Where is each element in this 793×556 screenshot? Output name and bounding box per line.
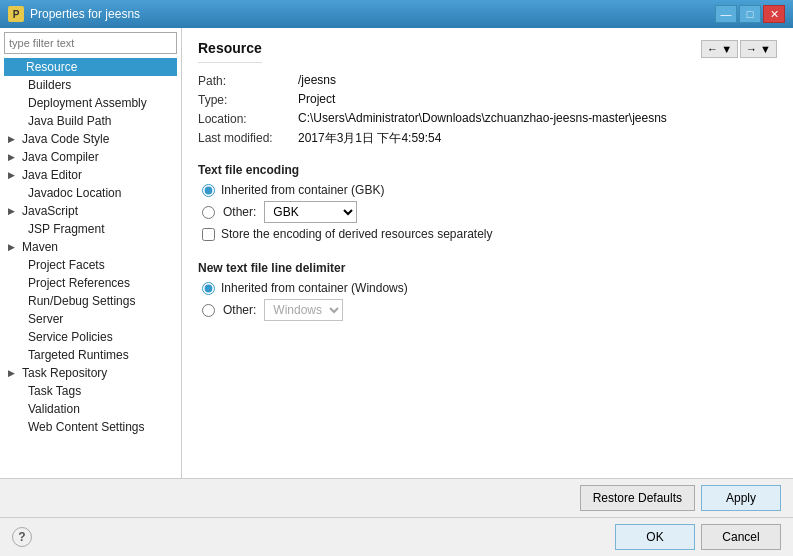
- footer-bar: ? OK Cancel: [0, 517, 793, 556]
- sidebar-item-java-compiler[interactable]: ▶Java Compiler: [4, 148, 177, 166]
- sidebar-item-label: Web Content Settings: [28, 420, 145, 434]
- type-value: Project: [298, 92, 335, 106]
- delimiter-inherited-row: Inherited from container (Windows): [198, 281, 777, 295]
- encoding-inherited-radio[interactable]: [202, 184, 215, 197]
- sidebar-item-label: Maven: [22, 240, 58, 254]
- encoding-other-label: Other:: [223, 205, 256, 219]
- title-bar-left: P Properties for jeesns: [8, 6, 140, 22]
- close-button[interactable]: ✕: [763, 5, 785, 23]
- sidebar-item-server[interactable]: Server: [4, 310, 177, 328]
- sidebar-item-java-editor[interactable]: ▶Java Editor: [4, 166, 177, 184]
- sidebar-item-label: JavaScript: [22, 204, 78, 218]
- delimiter-other-select[interactable]: Windows Unix MacOS: [264, 299, 343, 321]
- panel-title: Resource: [198, 40, 262, 63]
- sidebar-item-label: Java Code Style: [22, 132, 109, 146]
- path-label: Path:: [198, 73, 298, 88]
- restore-defaults-button[interactable]: Restore Defaults: [580, 485, 695, 511]
- sidebar-item-project-references[interactable]: Project References: [4, 274, 177, 292]
- encoding-other-row: Other: GBK UTF-8 ISO-8859-1: [198, 201, 777, 223]
- encoding-section-header: Text file encoding: [198, 163, 777, 177]
- location-row: Location: C:\Users\Administrator\Downloa…: [198, 111, 777, 126]
- sidebar-item-label: Server: [28, 312, 63, 326]
- sidebar-item-project-facets[interactable]: Project Facets: [4, 256, 177, 274]
- filter-input[interactable]: [4, 32, 177, 54]
- last-modified-row: Last modified: 2017年3月1日 下午4:59:54: [198, 130, 777, 147]
- window-title: Properties for jeesns: [30, 7, 140, 21]
- encoding-inherited-label: Inherited from container (GBK): [221, 183, 384, 197]
- sidebar-item-task-repository[interactable]: ▶Task Repository: [4, 364, 177, 382]
- apply-button[interactable]: Apply: [701, 485, 781, 511]
- help-button[interactable]: ?: [12, 527, 32, 547]
- forward-button[interactable]: → ▼: [740, 40, 777, 58]
- sidebar-item-label: Javadoc Location: [28, 186, 121, 200]
- encoding-other-select[interactable]: GBK UTF-8 ISO-8859-1: [264, 201, 357, 223]
- chevron-right-icon: ▶: [8, 368, 18, 378]
- delimiter-inherited-label: Inherited from container (Windows): [221, 281, 408, 295]
- title-controls[interactable]: — □ ✕: [715, 5, 785, 23]
- sidebar-item-targeted-runtimes[interactable]: Targeted Runtimes: [4, 346, 177, 364]
- sidebar-item-web-content-settings[interactable]: Web Content Settings: [4, 418, 177, 436]
- sidebar-item-javascript[interactable]: ▶JavaScript: [4, 202, 177, 220]
- last-modified-label: Last modified:: [198, 130, 298, 145]
- encoding-derived-checkbox[interactable]: [202, 228, 215, 241]
- left-panel: ResourceBuildersDeployment AssemblyJava …: [0, 28, 182, 478]
- sidebar-item-label: Validation: [28, 402, 80, 416]
- sidebar-item-service-policies[interactable]: Service Policies: [4, 328, 177, 346]
- chevron-right-icon: ▶: [8, 242, 18, 252]
- sidebar-item-task-tags[interactable]: Task Tags: [4, 382, 177, 400]
- footer-buttons: OK Cancel: [615, 524, 781, 550]
- chevron-right-icon: ▶: [8, 152, 18, 162]
- sidebar-item-label: Resource: [26, 60, 77, 74]
- path-value: /jeesns: [298, 73, 336, 87]
- sidebar-item-label: Java Compiler: [22, 150, 99, 164]
- right-panel: Resource ← ▼ → ▼ Path: /jeesns Type: Pro…: [182, 28, 793, 478]
- type-label: Type:: [198, 92, 298, 107]
- sidebar-item-resource[interactable]: Resource: [4, 58, 177, 76]
- type-row: Type: Project: [198, 92, 777, 107]
- sidebar-item-run-debug-settings[interactable]: Run/Debug Settings: [4, 292, 177, 310]
- delimiter-inherited-radio[interactable]: [202, 282, 215, 295]
- sidebar-item-maven[interactable]: ▶Maven: [4, 238, 177, 256]
- back-button[interactable]: ← ▼: [701, 40, 738, 58]
- sidebar-item-label: Project Facets: [28, 258, 105, 272]
- sidebar-item-label: Run/Debug Settings: [28, 294, 135, 308]
- sidebar-item-javadoc-location[interactable]: Javadoc Location: [4, 184, 177, 202]
- sidebar-item-label: Targeted Runtimes: [28, 348, 129, 362]
- encoding-other-radio[interactable]: [202, 206, 215, 219]
- delimiter-other-radio[interactable]: [202, 304, 215, 317]
- right-panel-header: Resource ← ▼ → ▼: [198, 40, 777, 73]
- app-icon: P: [8, 6, 24, 22]
- encoding-derived-label: Store the encoding of derived resources …: [221, 227, 493, 241]
- sidebar-item-jsp-fragment[interactable]: JSP Fragment: [4, 220, 177, 238]
- location-label: Location:: [198, 111, 298, 126]
- sidebar-item-label: Project References: [28, 276, 130, 290]
- delimiter-other-label: Other:: [223, 303, 256, 317]
- maximize-button[interactable]: □: [739, 5, 761, 23]
- sidebar-item-label: Java Build Path: [28, 114, 111, 128]
- sidebar-item-label: JSP Fragment: [28, 222, 104, 236]
- sidebar-item-java-build-path[interactable]: Java Build Path: [4, 112, 177, 130]
- chevron-right-icon: ▶: [8, 206, 18, 216]
- encoding-inherited-row: Inherited from container (GBK): [198, 183, 777, 197]
- sidebar-item-label: Builders: [28, 78, 71, 92]
- nav-arrows: ← ▼ → ▼: [701, 40, 777, 58]
- chevron-right-icon: ▶: [8, 170, 18, 180]
- delimiter-other-row: Other: Windows Unix MacOS: [198, 299, 777, 321]
- sidebar-item-label: Task Repository: [22, 366, 107, 380]
- title-bar: P Properties for jeesns — □ ✕: [0, 0, 793, 28]
- location-value: C:\Users\Administrator\Downloads\zchuanz…: [298, 111, 667, 125]
- minimize-button[interactable]: —: [715, 5, 737, 23]
- encoding-checkbox-row: Store the encoding of derived resources …: [198, 227, 777, 241]
- sidebar-item-java-code-style[interactable]: ▶Java Code Style: [4, 130, 177, 148]
- path-row: Path: /jeesns: [198, 73, 777, 88]
- content-area: ResourceBuildersDeployment AssemblyJava …: [0, 28, 793, 478]
- cancel-button[interactable]: Cancel: [701, 524, 781, 550]
- chevron-right-icon: ▶: [8, 134, 18, 144]
- bottom-bar: Restore Defaults Apply: [0, 478, 793, 517]
- sidebar-item-deployment-assembly[interactable]: Deployment Assembly: [4, 94, 177, 112]
- ok-button[interactable]: OK: [615, 524, 695, 550]
- sidebar-item-builders[interactable]: Builders: [4, 76, 177, 94]
- sidebar-item-validation[interactable]: Validation: [4, 400, 177, 418]
- sidebar-item-label: Task Tags: [28, 384, 81, 398]
- sidebar-item-label: Deployment Assembly: [28, 96, 147, 110]
